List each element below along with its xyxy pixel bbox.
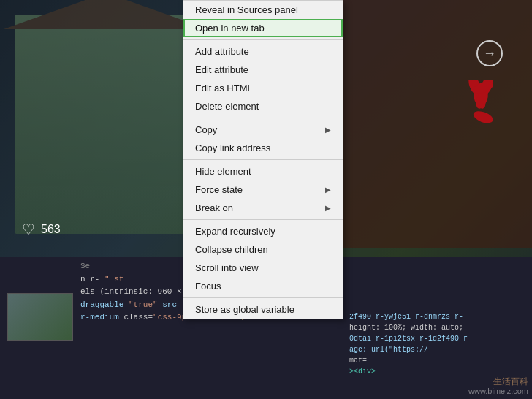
right-code-line3: 0dtai r-1pi2tsx r-1d2f490 r [349, 333, 525, 344]
devtools-src: src= [162, 300, 181, 309]
devtools-n-r: n r- [80, 275, 99, 284]
menu-item-label-reveal-sources: Reveal in Sources panel [195, 4, 298, 15]
submenu-arrow-icon: ▶ [325, 204, 331, 212]
menu-item-label-edit-html: Edit as HTML [195, 83, 253, 94]
menu-item-label-store-global: Store as global variable [195, 304, 294, 315]
devtools-class: class= [123, 313, 153, 322]
logo-area [452, 73, 510, 132]
menu-item-label-expand-recursively: Expand recursively [195, 226, 276, 237]
menu-item-label-focus: Focus [195, 281, 221, 292]
menu-separator [183, 297, 343, 298]
menu-item-label-delete-element: Delete element [195, 101, 259, 112]
menu-item-open-new-tab[interactable]: Open in new tab [183, 19, 343, 37]
huawei-logo-icon [459, 80, 503, 124]
right-code-line5: age: url("https:// [349, 344, 525, 355]
cabin-roof [4, 0, 208, 29]
devtools-attr: draggable= [80, 300, 129, 309]
menu-item-label-scroll-into-view: Scroll into view [195, 262, 259, 273]
menu-item-delete-element[interactable]: Delete element [183, 97, 343, 115]
submenu-arrow-icon: ▶ [325, 186, 331, 194]
menu-item-store-global[interactable]: Store as global variable [183, 300, 343, 319]
menu-item-expand-recursively[interactable]: Expand recursively [183, 222, 343, 240]
menu-item-copy[interactable]: Copy▶ [183, 121, 343, 139]
menu-separator [183, 159, 343, 160]
menu-separator [183, 39, 343, 40]
menu-item-break-on[interactable]: Break on▶ [183, 199, 343, 217]
menu-item-label-collapse-children: Collapse children [195, 244, 268, 255]
menu-separator [183, 219, 343, 220]
watermark-url: www.bimeiz.com [468, 387, 528, 395]
menu-item-label-copy: Copy [195, 124, 217, 135]
like-count: 563 [41, 223, 61, 236]
menu-item-reveal-sources[interactable]: Reveal in Sources panel [183, 1, 343, 19]
menu-item-label-force-state: Force state [195, 184, 243, 195]
submenu-arrow-icon: ▶ [325, 126, 331, 134]
like-area: ♡ 563 [22, 221, 61, 238]
menu-item-hide-element[interactable]: Hide element [183, 162, 343, 180]
menu-item-label-open-new-tab: Open in new tab [195, 23, 265, 34]
arrow-right-icon[interactable]: → [476, 40, 503, 66]
devtools-se: Se [80, 262, 90, 270]
menu-item-label-add-attribute: Add attribute [195, 46, 249, 57]
menu-item-label-copy-link: Copy link address [195, 142, 270, 153]
menu-item-focus[interactable]: Focus [183, 277, 343, 295]
right-code-line1: 2f490 r-ywje51 r-dnmrzs r- [349, 311, 525, 322]
menu-item-label-edit-attribute: Edit attribute [195, 64, 248, 75]
devtools-thumbnail [7, 293, 73, 341]
menu-item-scroll-into-view[interactable]: Scroll into view [183, 259, 343, 277]
menu-separator [183, 118, 343, 118]
menu-item-add-attribute[interactable]: Add attribute [183, 42, 343, 61]
devtools-st: " st [104, 275, 123, 284]
context-menu: Reveal in Sources panelOpen in new tabAd… [183, 0, 343, 319]
menu-item-edit-html[interactable]: Edit as HTML [183, 79, 343, 97]
heart-icon: ♡ [22, 221, 35, 238]
menu-item-collapse-children[interactable]: Collapse children [183, 240, 343, 259]
devtools-attr-val: "true" [129, 300, 158, 309]
menu-item-edit-attribute[interactable]: Edit attribute [183, 61, 343, 79]
menu-item-force-state[interactable]: Force state▶ [183, 180, 343, 199]
right-code-line6: mat= [349, 355, 525, 366]
devtools-right-code: 2f490 r-ywje51 r-dnmrzs r- height: 100%;… [349, 311, 525, 377]
right-code-line2: height: 100%; width: auto; [349, 322, 525, 333]
svg-point-5 [472, 109, 495, 124]
menu-item-copy-link[interactable]: Copy link address [183, 139, 343, 157]
menu-item-label-hide-element: Hide element [195, 166, 251, 177]
menu-item-label-break-on: Break on [195, 202, 233, 213]
cabin-image [15, 15, 197, 234]
devtools-r-medium: r-medium [80, 313, 119, 322]
